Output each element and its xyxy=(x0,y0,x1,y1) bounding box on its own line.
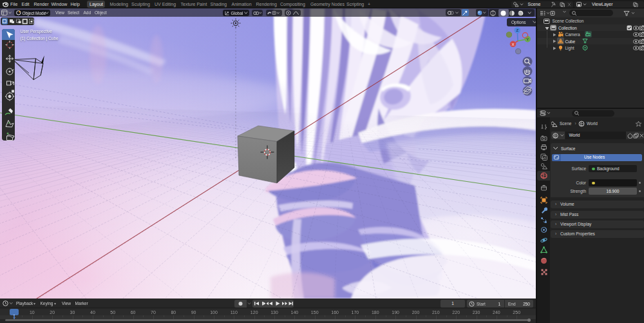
svg-text:Z: Z xyxy=(516,28,518,32)
svg-text:X: X xyxy=(511,43,514,46)
